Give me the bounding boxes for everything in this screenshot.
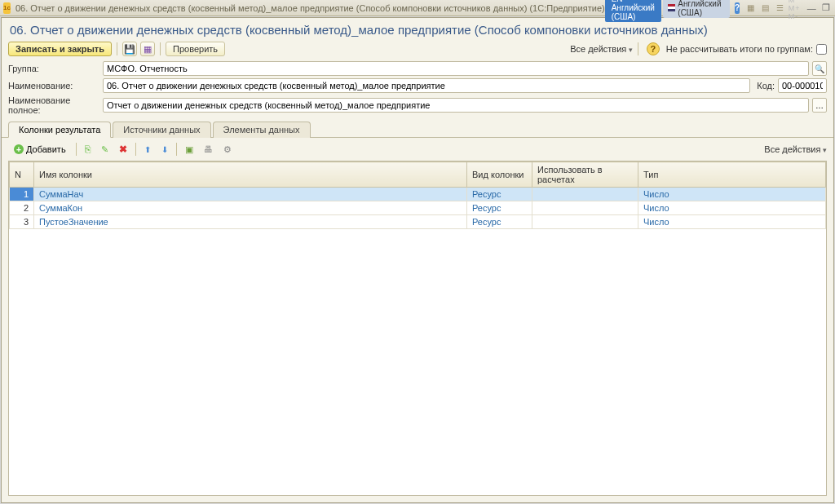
- fullname-label: Наименование полное:: [8, 95, 99, 115]
- group-input[interactable]: [103, 61, 809, 76]
- name-input[interactable]: [103, 78, 750, 93]
- cell-calc: [532, 215, 638, 229]
- toolbar-icons: ▦ ▤ ☰ M M+ M-: [744, 2, 800, 14]
- table-row[interactable]: 2СуммаКонРесурсЧисло: [10, 201, 826, 215]
- group-lookup-button[interactable]: 🔍: [812, 61, 827, 76]
- table-row[interactable]: 3ПустоеЗначениеРесурсЧисло: [10, 215, 826, 229]
- tabs: Колонки результата Источники данных Элем…: [2, 117, 833, 138]
- grid-toolbar: + Добавить ⎘ ✎ ✖ ⬆ ⬇ ▣ 🖶 ⚙ Все действия: [2, 138, 833, 161]
- col-kind[interactable]: Вид колонки: [467, 162, 532, 188]
- grid-all-actions-dropdown[interactable]: Все действия: [764, 144, 827, 154]
- cell-n: 1: [10, 188, 34, 201]
- group-label: Группа:: [8, 64, 99, 73]
- tool-icon-2[interactable]: ▤: [759, 2, 771, 14]
- col-calc[interactable]: Использовать в расчетах: [532, 162, 638, 188]
- add-button[interactable]: + Добавить: [8, 141, 72, 157]
- separator: [117, 42, 117, 55]
- check-button[interactable]: Проверить: [166, 42, 225, 56]
- gear-icon: ⚙: [223, 144, 232, 155]
- export-icon: ▣: [185, 144, 193, 155]
- fullname-input[interactable]: [103, 98, 809, 113]
- titlebar: 1c 06. Отчет о движении денежных средств…: [0, 0, 835, 16]
- help-icon[interactable]: ?: [647, 42, 660, 55]
- minimize-button[interactable]: —: [805, 2, 818, 14]
- name-label: Наименование:: [8, 81, 99, 91]
- separator: [176, 143, 177, 156]
- form-area: Группа: 🔍 Наименование: Код: Наименовани…: [2, 61, 833, 117]
- plus-icon: +: [14, 144, 24, 154]
- fullname-more-button[interactable]: …: [812, 98, 827, 113]
- separator: [135, 143, 136, 156]
- no-group-totals-checkbox[interactable]: [816, 44, 827, 55]
- delete-button[interactable]: ✖: [115, 141, 131, 157]
- app-icon: 1c: [3, 2, 11, 14]
- tool-icon-1[interactable]: ▦: [744, 2, 756, 14]
- print-button[interactable]: 🖶: [200, 141, 217, 157]
- separator: [160, 42, 161, 55]
- all-actions-dropdown[interactable]: Все действия: [570, 44, 633, 54]
- spreadsheet-icon-button[interactable]: ▦: [140, 42, 155, 56]
- flag-icon: [668, 4, 675, 11]
- cell-type: Число: [638, 188, 826, 201]
- tab-data-elements[interactable]: Элементы данных: [213, 122, 311, 138]
- col-name[interactable]: Имя колонки: [34, 162, 467, 188]
- code-label: Код:: [757, 81, 775, 91]
- separator: [76, 143, 77, 156]
- copy-icon: ⎘: [85, 144, 91, 155]
- cell-n: 2: [10, 201, 34, 215]
- cell-n: 3: [10, 215, 34, 229]
- cell-kind: Ресурс: [467, 188, 532, 201]
- cell-kind: Ресурс: [467, 201, 532, 215]
- save-icon-button[interactable]: 💾: [122, 42, 137, 56]
- cell-type: Число: [638, 215, 826, 229]
- col-type[interactable]: Тип: [638, 162, 826, 188]
- page-title: 06. Отчет о движении денежных средств (к…: [2, 18, 833, 40]
- save-and-close-button[interactable]: Записать и закрыть: [8, 42, 112, 56]
- tab-result-columns[interactable]: Колонки результата: [8, 122, 111, 138]
- export-button[interactable]: ▣: [181, 141, 197, 157]
- maximize-button[interactable]: ❐: [820, 2, 833, 14]
- arrow-up-icon: ⬆: [144, 145, 151, 154]
- settings-button[interactable]: ⚙: [219, 141, 236, 157]
- window-controls: — ❐ ✕: [805, 2, 835, 14]
- separator: [638, 42, 638, 55]
- cell-kind: Ресурс: [467, 215, 532, 229]
- memory-indicator: M M+ M-: [789, 2, 800, 14]
- move-up-button[interactable]: ⬆: [140, 141, 155, 157]
- main-toolbar: Записать и закрыть 💾 ▦ Проверить Все дей…: [2, 40, 833, 61]
- window-body: 06. Отчет о движении денежных средств (к…: [1, 17, 834, 503]
- cell-name: СуммаКон: [34, 201, 467, 215]
- tab-data-sources[interactable]: Источники данных: [113, 122, 210, 138]
- window-title: 06. Отчет о движении денежных средств (к…: [15, 3, 605, 13]
- cell-name: СуммаНач: [34, 188, 467, 201]
- table-row[interactable]: 1СуммаНачРесурсЧисло: [10, 188, 826, 201]
- cell-type: Число: [638, 201, 826, 215]
- grid: N Имя колонки Вид колонки Использовать в…: [8, 161, 827, 496]
- cell-name: ПустоеЗначение: [34, 215, 467, 229]
- print-icon: 🖶: [204, 144, 213, 154]
- cell-calc: [532, 188, 638, 201]
- move-down-button[interactable]: ⬇: [157, 141, 172, 157]
- grid-empty-area: [9, 229, 826, 495]
- edit-button[interactable]: ✎: [97, 141, 113, 157]
- arrow-down-icon: ⬇: [161, 145, 168, 154]
- no-group-totals-label: Не рассчитывать итоги по группам:: [666, 44, 827, 55]
- tool-icon-3[interactable]: ☰: [774, 2, 785, 14]
- help-icon[interactable]: ?: [735, 2, 740, 14]
- delete-icon: ✖: [119, 144, 127, 155]
- language-indicator-2[interactable]: Английский (США): [663, 0, 730, 18]
- col-n[interactable]: N: [10, 162, 34, 188]
- cell-calc: [532, 201, 638, 215]
- code-input[interactable]: [778, 78, 827, 93]
- copy-button[interactable]: ⎘: [81, 141, 95, 157]
- columns-table[interactable]: N Имя колонки Вид колонки Использовать в…: [9, 161, 826, 229]
- edit-icon: ✎: [101, 144, 108, 155]
